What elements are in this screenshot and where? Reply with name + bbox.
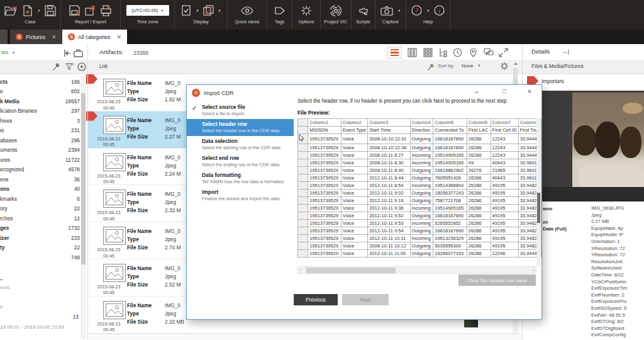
- sort-value[interactable]: None: [462, 63, 474, 69]
- preview-cell[interactable]: 16618862902: [433, 167, 467, 174]
- sidebar-filter-month[interactable]: h: [0, 304, 3, 310]
- preview-cell[interactable]: 26286: [467, 144, 491, 152]
- row-selector[interactable]: [298, 220, 308, 227]
- preview-cell[interactable]: Voice: [341, 159, 367, 167]
- row-selector[interactable]: [298, 167, 308, 174]
- hide-pictures-icon[interactable]: [203, 5, 214, 16]
- print-report-icon[interactable]: [101, 5, 112, 16]
- timezone-select[interactable]: (UTC+01:00)▾: [126, 5, 169, 16]
- photo-preview[interactable]: [572, 93, 644, 187]
- sidebar-item[interactable]: io231: [0, 126, 80, 136]
- scrollbar-up-icon[interactable]: [514, 62, 518, 65]
- preview-cell[interactable]: Voice: [341, 227, 367, 235]
- tree-view-icon[interactable]: [439, 48, 448, 57]
- preview-cell[interactable]: 19513739529: [308, 227, 341, 235]
- timeline-view-icon[interactable]: [453, 48, 462, 57]
- preview-cell[interactable]: Voice: [341, 220, 367, 227]
- add-filter-icon[interactable]: [77, 62, 86, 74]
- sidebar-item[interactable]: ges1732: [0, 224, 80, 234]
- grid-view-icon[interactable]: [423, 48, 433, 57]
- preview-cell[interactable]: 2012-10-11 9:02: [368, 190, 410, 197]
- preview-cell[interactable]: 2012-10-11 9:16: [368, 197, 410, 205]
- preview-cell[interactable]: 26286: [467, 152, 491, 159]
- gear-icon[interactable]: [301, 5, 312, 16]
- row-selector[interactable]: [298, 235, 308, 242]
- preview-cell[interactable]: 18056377243: [433, 190, 467, 197]
- preview-cell[interactable]: First Cell ID: [491, 127, 518, 134]
- row-selector[interactable]: [298, 127, 308, 134]
- fingerprint-icon[interactable]: [330, 4, 342, 17]
- preview-cell[interactable]: 19513739529: [308, 167, 341, 174]
- preview-cell[interactable]: 26286: [467, 220, 491, 227]
- preview-cell[interactable]: 2008-10-11 8:40: [368, 167, 410, 174]
- preview-cell[interactable]: 12243: [491, 134, 518, 144]
- preview-cell[interactable]: Outgoing: [410, 242, 433, 250]
- column-view-icon[interactable]: [408, 48, 417, 57]
- tab-all-categories[interactable]: S All categories ✕: [62, 30, 127, 44]
- preview-cell[interactable]: Outgoing: [410, 227, 433, 235]
- close-case-icon[interactable]: [4, 5, 18, 16]
- preview-cell[interactable]: 26286: [467, 227, 491, 235]
- pin-icon[interactable]: [52, 62, 60, 74]
- preview-cell[interactable]: 19513739529: [308, 190, 341, 197]
- sidebar-item[interactable]: hives3: [0, 116, 80, 126]
- wizard-step[interactable]: Select header rowSelect the header row i…: [187, 119, 294, 136]
- preview-cell[interactable]: 26286: [467, 250, 491, 258]
- camera-icon[interactable]: [380, 6, 393, 16]
- info-icon[interactable]: i: [434, 5, 445, 16]
- briefcase-icon[interactable]: [74, 48, 83, 60]
- preview-cell[interactable]: Outgoing: [410, 212, 433, 220]
- sidebar-item[interactable]: eos36: [0, 174, 80, 184]
- row-selector[interactable]: [298, 212, 308, 220]
- sidebar-item[interactable]: rches12: [0, 213, 80, 224]
- preview-cell[interactable]: 40443: [491, 174, 518, 182]
- tab-pictures[interactable]: S Pictures ✕: [10, 30, 62, 44]
- preview-cell[interactable]: Start Time: [368, 127, 410, 134]
- preview-cell[interactable]: Outgoing: [410, 190, 433, 197]
- preview-cell[interactable]: 12243: [491, 152, 518, 159]
- preview-cell[interactable]: Incoming: [410, 235, 433, 242]
- preview-cell[interactable]: 2012-10-11 9:52: [368, 212, 410, 220]
- sort-pin-icon[interactable]: [426, 62, 435, 74]
- preview-cell[interactable]: 2012-10-11 9:36: [368, 205, 410, 212]
- preview-cell[interactable]: Voice: [341, 235, 367, 242]
- preview-cell[interactable]: 2008-10-11 8:27: [368, 152, 410, 159]
- preview-cell[interactable]: 26286: [467, 242, 491, 250]
- sidebar-scrollbar-thumb[interactable]: [81, 93, 86, 264]
- scroll-right-icon[interactable]: ›: [533, 268, 534, 272]
- preview-cell[interactable]: 19513739529: [308, 242, 341, 250]
- preview-cell[interactable]: 49195: [491, 242, 518, 250]
- save-case-icon[interactable]: [45, 5, 56, 16]
- preview-cell[interactable]: Outgoing: [410, 174, 433, 182]
- wizard-step[interactable]: ✓Select source fileSelect a file to impo…: [187, 102, 294, 119]
- camera-caret-icon[interactable]: ▾: [398, 8, 400, 13]
- preview-cell[interactable]: 26286: [467, 212, 491, 220]
- sidebar-item[interactable]: izer233: [0, 233, 80, 243]
- preview-cell[interactable]: Outgoing: [410, 197, 433, 205]
- preview-cell[interactable]: Incoming: [410, 152, 433, 159]
- preview-cell[interactable]: 5265552852: [433, 220, 467, 227]
- display-options-caret-icon[interactable]: ▾: [196, 8, 198, 13]
- row-selector[interactable]: [298, 144, 308, 152]
- collapse-sidebar-icon[interactable]: [63, 48, 72, 60]
- preview-cell[interactable]: Voice: [341, 167, 367, 174]
- minimize-button[interactable]: –: [475, 88, 479, 95]
- preview-cell[interactable]: 26286: [467, 205, 491, 212]
- help-icon[interactable]: ?: [411, 5, 422, 16]
- expand-view-icon[interactable]: [499, 48, 508, 57]
- preview-cell[interactable]: 2012-10-11 11:00: [368, 250, 410, 258]
- preview-cell[interactable]: 16618167690: [433, 134, 467, 144]
- preview-cell[interactable]: 2008-10-10 22:36: [368, 144, 410, 152]
- preview-cell[interactable]: 19513739529: [308, 134, 341, 144]
- row-selector[interactable]: [298, 205, 308, 212]
- tag-icon[interactable]: [274, 6, 286, 16]
- clear-header-row-button[interactable]: Clear the header row value: [458, 275, 536, 286]
- preview-cell[interactable]: 12243: [491, 144, 518, 152]
- views-caret-icon[interactable]: ▾: [13, 50, 14, 55]
- preview-cell[interactable]: 19513739529: [308, 182, 341, 190]
- preview-cell[interactable]: 16618167690: [433, 227, 467, 235]
- preview-cell[interactable]: 49195: [491, 220, 518, 227]
- preview-cell[interactable]: 19514368894: [433, 182, 467, 190]
- preview-cell[interactable]: Event Type: [341, 127, 367, 134]
- preview-cell[interactable]: Voice: [341, 174, 367, 182]
